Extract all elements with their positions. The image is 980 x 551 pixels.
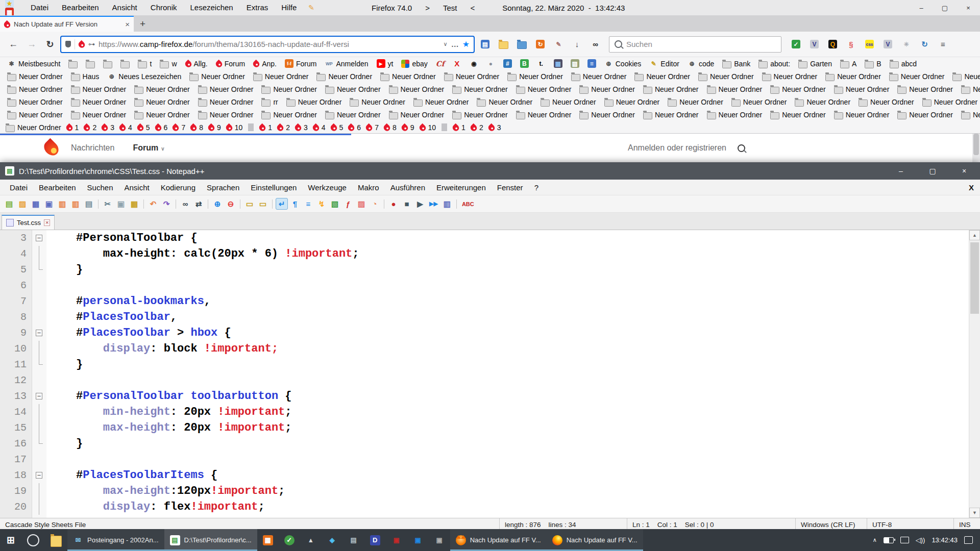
toolbar-button[interactable]: ✂ <box>102 198 114 210</box>
bookmark-item[interactable]: Neuer Ordner <box>257 108 321 121</box>
bookmark-item[interactable]: 5 <box>135 121 153 134</box>
bookmark-item[interactable]: 2 <box>275 121 292 134</box>
extension-button[interactable]: ✓ <box>788 36 804 53</box>
taskbar-app-button[interactable]: ✉Posteingang - 2002An... <box>67 529 164 551</box>
bookmark-item[interactable]: 8 <box>381 121 399 134</box>
toolbar-button[interactable]: ƒ <box>342 198 354 210</box>
site-nav-nachrichten[interactable]: Nachrichten <box>71 143 114 153</box>
menubar-item[interactable]: Kodierung <box>155 183 201 192</box>
taskbar-app-button[interactable] <box>21 529 45 551</box>
bookmark-item[interactable]: 6 <box>346 121 363 134</box>
bookmark-item[interactable]: Neuer Ordner <box>948 70 980 83</box>
code-line[interactable]: 9 #PlacesToolbar > hbox { <box>0 325 980 341</box>
bookmark-item[interactable]: 4 <box>117 121 135 134</box>
code-line[interactable]: 18 #PlacesToolbarItems { <box>0 467 980 483</box>
fold-marker[interactable] <box>32 420 46 436</box>
toolbar-button[interactable] <box>98 199 99 209</box>
toolbar-button[interactable]: ▦ <box>30 198 42 210</box>
fold-marker[interactable] <box>32 452 46 467</box>
bookmark-item[interactable]: Neuer Ordner <box>918 95 980 108</box>
site-search-icon[interactable] <box>738 144 745 152</box>
tray-chevron-icon[interactable]: ∧ <box>873 537 877 543</box>
bookmark-item[interactable]: 4 <box>310 121 328 134</box>
taskbar-app-button[interactable]: ⊞ <box>0 529 21 551</box>
bookmark-item[interactable]: Neuer Ordner <box>512 83 576 95</box>
bookmark-item[interactable]: Neuer Ordner <box>758 70 822 83</box>
bookmark-item[interactable]: 8 <box>188 121 206 134</box>
bookmark-item[interactable]: Neuer Ordner <box>130 83 194 95</box>
menubar-item[interactable]: Bearbeiten <box>55 0 106 15</box>
bookmark-item[interactable]: Neuer Ordner <box>448 83 512 95</box>
bookmark-item[interactable]: Cf <box>432 57 449 70</box>
url-bar[interactable]: ⊶ https://www.camp-firefox.de/forum/them… <box>60 36 475 53</box>
taskbar-app-button[interactable]: ▴ <box>300 529 322 551</box>
toolbar-button[interactable]: ▤ <box>477 36 494 53</box>
bookmark-item[interactable]: Neuer Ordner <box>821 70 885 83</box>
bookmark-item[interactable]: Neuer Ordner <box>575 83 639 95</box>
toolbar-button[interactable]: ≡ <box>302 198 314 210</box>
bookmark-item[interactable]: Allg. <box>181 57 212 70</box>
bookmark-item[interactable]: Neuer Ordner <box>893 108 957 121</box>
taskbar-app-button[interactable]: ▤ <box>343 529 364 551</box>
bookmark-item[interactable]: ≡ <box>583 57 600 70</box>
bookmark-item[interactable]: Neuer Ordner <box>448 108 512 121</box>
extension-button[interactable]: ✳ <box>898 36 915 53</box>
extension-button[interactable]: V <box>806 36 823 53</box>
toolbar-button[interactable]: ▥ <box>56 198 68 210</box>
bookmark-item[interactable]: ▶yt <box>373 57 398 70</box>
bookmark-item[interactable]: ⊕Cookies <box>600 57 646 70</box>
bookmark-item[interactable]: Neuer Ordner <box>440 70 504 83</box>
toolbar-button[interactable]: ∞ <box>587 36 604 53</box>
code-line[interactable]: 3 #PersonalToolbar { <box>0 230 980 246</box>
menubar-item[interactable]: Einstellungen <box>245 183 302 192</box>
menubar-item[interactable]: Ausführen <box>385 183 431 192</box>
bookmark-item[interactable]: # <box>499 57 516 70</box>
menubar-item[interactable]: Suchen <box>82 183 119 192</box>
close-button[interactable]: × <box>948 162 980 180</box>
toolbar-button[interactable]: ▥ <box>441 198 453 210</box>
bookmark-item[interactable]: Neuer Ordner <box>321 83 385 95</box>
bookmark-item[interactable]: 1 <box>450 121 468 134</box>
page-scrollbar[interactable] <box>972 134 980 162</box>
bookmark-item[interactable]: Neuer Ordner <box>703 108 767 121</box>
toolbar-button[interactable]: ▣ <box>115 198 127 210</box>
toolbar-button[interactable]: ¶ <box>289 198 301 210</box>
fold-marker[interactable] <box>32 325 46 341</box>
bookmark-item[interactable]: Neuer Ordner <box>3 108 67 121</box>
bookmark-item[interactable]: f-fForum <box>281 57 321 70</box>
toolbar-button[interactable] <box>208 199 208 209</box>
notes-addon-icon[interactable]: ✎ <box>308 4 314 12</box>
menubar-item[interactable]: Fenster <box>492 183 529 192</box>
volume-icon[interactable]: ◁)) <box>916 536 925 544</box>
bookmark-item[interactable]: Haus <box>67 70 104 83</box>
extension-button[interactable]: css <box>861 36 878 53</box>
bookmark-item[interactable]: Neuer Ordner <box>664 95 727 108</box>
taskbar-app-button[interactable]: Nach Update auf FF V... <box>450 529 547 551</box>
fold-marker[interactable] <box>32 341 46 357</box>
toolbar-button[interactable]: ABC <box>460 198 476 210</box>
toolbar-button[interactable]: ▦ <box>128 198 140 210</box>
fold-marker[interactable] <box>32 293 46 309</box>
network-icon[interactable] <box>900 537 909 543</box>
bookmark-item[interactable]: Anp. <box>249 57 281 70</box>
action-center-icon[interactable] <box>964 536 973 544</box>
bookmark-item[interactable]: Neuer Ordner <box>536 95 600 108</box>
bookmark-item[interactable] <box>64 57 82 70</box>
titlebar-app-icon[interactable]: ★ <box>5 0 14 8</box>
code-line[interactable]: 11 } <box>0 357 980 372</box>
bookmark-item[interactable]: ▦ <box>550 57 567 70</box>
fold-marker[interactable] <box>32 404 46 420</box>
bookmark-item[interactable]: Neuer Ordner <box>639 108 703 121</box>
toolbar-button[interactable]: ▶ <box>414 198 426 210</box>
bookmark-item[interactable]: Neuer Ordner <box>409 95 473 108</box>
bookmark-item[interactable]: rr <box>257 95 282 108</box>
bookmark-item[interactable]: 9 <box>399 121 417 134</box>
bookmark-item[interactable]: Neuer Ordner <box>346 95 409 108</box>
back-button[interactable]: ← <box>5 39 21 49</box>
code-line[interactable]: 17 <box>0 452 980 467</box>
taskbar-app-button[interactable]: ✓ <box>279 529 300 551</box>
url-text[interactable]: https://www.camp-firefox.de/forum/thema/… <box>99 40 440 48</box>
menubar-item[interactable]: Hilfe <box>275 0 303 15</box>
bookmark-item[interactable]: Neuer Ordner <box>473 95 536 108</box>
close-document-icon[interactable]: X <box>969 183 974 192</box>
